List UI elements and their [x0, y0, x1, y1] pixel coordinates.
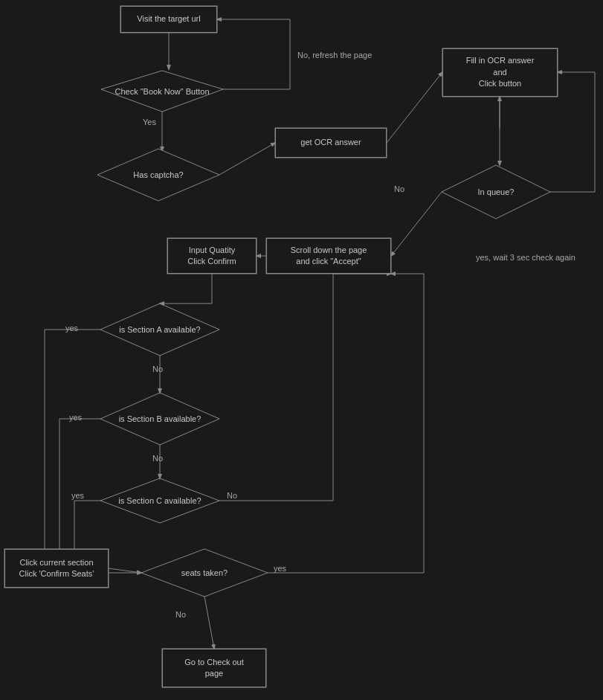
label-no-sectionC: No — [227, 491, 237, 500]
label-no-sectionA: No — [152, 365, 163, 373]
flowchart: Visit the target url Check "Book Now" Bu… — [0, 0, 603, 700]
svg-line-13 — [391, 192, 442, 256]
scroll-accept-box: Scroll down the page and click "Accept" — [266, 238, 391, 274]
label-no-refresh: No, refresh the page — [297, 51, 372, 60]
checkout-box: Go to Check out page — [162, 649, 266, 687]
label-yes1: Yes — [143, 118, 156, 126]
svg-line-26 — [109, 568, 141, 573]
section-b-diamond: is Section B available? — [100, 393, 219, 445]
label-yes-sectionA: yes — [65, 324, 78, 333]
get-ocr-box: get OCR answer — [275, 128, 387, 158]
visit-url-box: Visit the target url — [120, 6, 217, 33]
has-captcha-diamond: Has captcha? — [97, 149, 219, 201]
seats-taken-diamond: seats taken? — [141, 549, 268, 597]
check-book-now-diamond: Check "Book Now" Button — [101, 71, 223, 112]
label-yes-sectionB: yes — [69, 413, 82, 422]
label-yes-wait: yes, wait 3 sec check again — [476, 253, 575, 262]
section-a-diamond: is Section A available? — [100, 304, 219, 356]
input-quality-box: Input Quatity Click Confirm — [167, 238, 257, 274]
label-no-sectionB: No — [152, 454, 163, 463]
label-no-in-queue: No — [394, 184, 404, 193]
click-section-box: Click current section Click 'Confirm Sea… — [4, 549, 109, 588]
label-yes-seats: yes — [274, 564, 286, 573]
svg-line-6 — [219, 143, 275, 175]
section-c-diamond: is Section C available? — [100, 478, 219, 523]
svg-line-25 — [204, 597, 214, 649]
label-yes-sectionC: yes — [71, 491, 84, 500]
label-no-seats: No — [175, 610, 186, 619]
svg-line-28 — [387, 72, 442, 143]
fill-ocr-box: Fill in OCR answer and Click button — [442, 48, 558, 97]
in-queue-diamond: In queue? — [442, 165, 550, 219]
